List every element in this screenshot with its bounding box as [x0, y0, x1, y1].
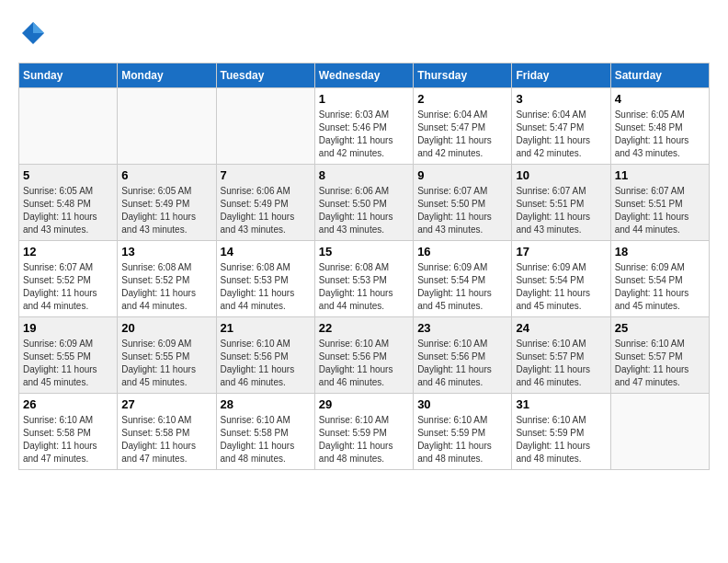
day-info: Sunrise: 6:05 AM Sunset: 5:48 PM Dayligh… [23, 185, 113, 236]
day-info: Sunrise: 6:10 AM Sunset: 5:57 PM Dayligh… [516, 338, 606, 389]
day-info: Sunrise: 6:09 AM Sunset: 5:54 PM Dayligh… [516, 261, 606, 313]
day-cell: 4Sunrise: 6:05 AM Sunset: 5:48 PM Daylig… [610, 88, 709, 165]
day-info: Sunrise: 6:10 AM Sunset: 5:58 PM Dayligh… [23, 414, 113, 465]
day-cell: 13Sunrise: 6:08 AM Sunset: 5:52 PM Dayli… [118, 241, 216, 317]
day-number: 1 [319, 92, 409, 106]
day-cell: 14Sunrise: 6:08 AM Sunset: 5:53 PM Dayli… [216, 241, 314, 317]
day-cell: 8Sunrise: 6:06 AM Sunset: 5:50 PM Daylig… [314, 165, 413, 241]
weekday-header-friday: Friday [512, 63, 610, 88]
day-info: Sunrise: 6:04 AM Sunset: 5:47 PM Dayligh… [417, 109, 507, 160]
day-number: 24 [516, 321, 606, 335]
day-cell: 23Sunrise: 6:10 AM Sunset: 5:56 PM Dayli… [414, 317, 512, 394]
day-info: Sunrise: 6:10 AM Sunset: 5:56 PM Dayligh… [417, 338, 507, 389]
day-info: Sunrise: 6:07 AM Sunset: 5:51 PM Dayligh… [615, 185, 705, 236]
day-cell: 5Sunrise: 6:05 AM Sunset: 5:48 PM Daylig… [19, 165, 118, 241]
week-row-4: 19Sunrise: 6:09 AM Sunset: 5:55 PM Dayli… [19, 317, 710, 394]
day-cell: 31Sunrise: 6:10 AM Sunset: 5:59 PM Dayli… [512, 394, 610, 470]
day-number: 30 [417, 397, 507, 411]
day-number: 16 [417, 245, 507, 259]
day-cell: 2Sunrise: 6:04 AM Sunset: 5:47 PM Daylig… [414, 88, 512, 165]
week-row-3: 12Sunrise: 6:07 AM Sunset: 5:52 PM Dayli… [19, 241, 710, 317]
day-info: Sunrise: 6:10 AM Sunset: 5:58 PM Dayligh… [121, 414, 211, 465]
week-row-2: 5Sunrise: 6:05 AM Sunset: 5:48 PM Daylig… [19, 165, 710, 241]
day-number: 3 [516, 92, 606, 106]
day-info: Sunrise: 6:07 AM Sunset: 5:51 PM Dayligh… [516, 185, 606, 236]
day-cell: 10Sunrise: 6:07 AM Sunset: 5:51 PM Dayli… [512, 165, 610, 241]
week-row-1: 1Sunrise: 6:03 AM Sunset: 5:46 PM Daylig… [19, 88, 710, 165]
day-info: Sunrise: 6:08 AM Sunset: 5:52 PM Dayligh… [121, 261, 211, 313]
day-cell: 15Sunrise: 6:08 AM Sunset: 5:53 PM Dayli… [314, 241, 413, 317]
day-number: 8 [319, 168, 409, 182]
day-number: 12 [23, 245, 113, 259]
day-cell: 7Sunrise: 6:06 AM Sunset: 5:49 PM Daylig… [216, 165, 314, 241]
day-number: 19 [23, 321, 113, 335]
day-info: Sunrise: 6:09 AM Sunset: 5:55 PM Dayligh… [121, 338, 211, 389]
day-info: Sunrise: 6:09 AM Sunset: 5:54 PM Dayligh… [417, 261, 507, 313]
calendar: SundayMondayTuesdayWednesdayThursdayFrid… [18, 63, 710, 470]
logo-icon [18, 18, 48, 48]
day-cell [118, 88, 216, 165]
day-info: Sunrise: 6:08 AM Sunset: 5:53 PM Dayligh… [319, 261, 409, 313]
day-cell: 1Sunrise: 6:03 AM Sunset: 5:46 PM Daylig… [314, 88, 413, 165]
day-cell: 18Sunrise: 6:09 AM Sunset: 5:54 PM Dayli… [610, 241, 709, 317]
day-info: Sunrise: 6:10 AM Sunset: 5:58 PM Dayligh… [221, 414, 311, 465]
day-cell: 30Sunrise: 6:10 AM Sunset: 5:59 PM Dayli… [414, 394, 512, 470]
day-number: 6 [121, 168, 211, 182]
day-number: 4 [615, 92, 705, 106]
day-info: Sunrise: 6:10 AM Sunset: 5:59 PM Dayligh… [516, 414, 606, 465]
day-info: Sunrise: 6:05 AM Sunset: 5:48 PM Dayligh… [615, 109, 705, 160]
day-info: Sunrise: 6:10 AM Sunset: 5:59 PM Dayligh… [319, 414, 409, 465]
day-number: 26 [23, 397, 113, 411]
day-number: 5 [23, 168, 113, 182]
day-number: 18 [615, 245, 705, 259]
weekday-header-row: SundayMondayTuesdayWednesdayThursdayFrid… [19, 63, 710, 88]
day-number: 2 [417, 92, 507, 106]
day-cell: 25Sunrise: 6:10 AM Sunset: 5:57 PM Dayli… [610, 317, 709, 394]
day-number: 11 [615, 168, 705, 182]
svg-marker-1 [33, 22, 44, 33]
day-cell: 29Sunrise: 6:10 AM Sunset: 5:59 PM Dayli… [314, 394, 413, 470]
day-info: Sunrise: 6:07 AM Sunset: 5:52 PM Dayligh… [23, 261, 113, 313]
weekday-header-monday: Monday [118, 63, 216, 88]
day-info: Sunrise: 6:10 AM Sunset: 5:57 PM Dayligh… [615, 338, 705, 389]
logo [18, 18, 51, 48]
day-number: 23 [417, 321, 507, 335]
day-info: Sunrise: 6:10 AM Sunset: 5:56 PM Dayligh… [221, 338, 311, 389]
weekday-header-wednesday: Wednesday [314, 63, 413, 88]
day-number: 29 [319, 397, 409, 411]
day-info: Sunrise: 6:10 AM Sunset: 5:56 PM Dayligh… [319, 338, 409, 389]
day-number: 14 [221, 245, 311, 259]
day-number: 9 [417, 168, 507, 182]
day-number: 25 [615, 321, 705, 335]
day-cell: 11Sunrise: 6:07 AM Sunset: 5:51 PM Dayli… [610, 165, 709, 241]
day-cell: 17Sunrise: 6:09 AM Sunset: 5:54 PM Dayli… [512, 241, 610, 317]
day-number: 28 [221, 397, 311, 411]
day-cell: 21Sunrise: 6:10 AM Sunset: 5:56 PM Dayli… [216, 317, 314, 394]
day-info: Sunrise: 6:04 AM Sunset: 5:47 PM Dayligh… [516, 109, 606, 160]
day-cell: 26Sunrise: 6:10 AM Sunset: 5:58 PM Dayli… [19, 394, 118, 470]
day-cell: 12Sunrise: 6:07 AM Sunset: 5:52 PM Dayli… [19, 241, 118, 317]
day-info: Sunrise: 6:03 AM Sunset: 5:46 PM Dayligh… [319, 109, 409, 160]
weekday-header-tuesday: Tuesday [216, 63, 314, 88]
day-number: 20 [121, 321, 211, 335]
day-cell [216, 88, 314, 165]
day-number: 10 [516, 168, 606, 182]
day-cell: 28Sunrise: 6:10 AM Sunset: 5:58 PM Dayli… [216, 394, 314, 470]
day-cell: 19Sunrise: 6:09 AM Sunset: 5:55 PM Dayli… [19, 317, 118, 394]
day-info: Sunrise: 6:08 AM Sunset: 5:53 PM Dayligh… [221, 261, 311, 313]
day-info: Sunrise: 6:07 AM Sunset: 5:50 PM Dayligh… [417, 185, 507, 236]
day-info: Sunrise: 6:06 AM Sunset: 5:49 PM Dayligh… [221, 185, 311, 236]
day-number: 22 [319, 321, 409, 335]
weekday-header-saturday: Saturday [610, 63, 709, 88]
day-number: 15 [319, 245, 409, 259]
day-number: 21 [221, 321, 311, 335]
day-info: Sunrise: 6:05 AM Sunset: 5:49 PM Dayligh… [121, 185, 211, 236]
day-info: Sunrise: 6:06 AM Sunset: 5:50 PM Dayligh… [319, 185, 409, 236]
day-number: 31 [516, 397, 606, 411]
day-info: Sunrise: 6:10 AM Sunset: 5:59 PM Dayligh… [417, 414, 507, 465]
day-number: 27 [121, 397, 211, 411]
day-cell: 9Sunrise: 6:07 AM Sunset: 5:50 PM Daylig… [414, 165, 512, 241]
day-number: 13 [121, 245, 211, 259]
week-row-5: 26Sunrise: 6:10 AM Sunset: 5:58 PM Dayli… [19, 394, 710, 470]
weekday-header-sunday: Sunday [19, 63, 118, 88]
